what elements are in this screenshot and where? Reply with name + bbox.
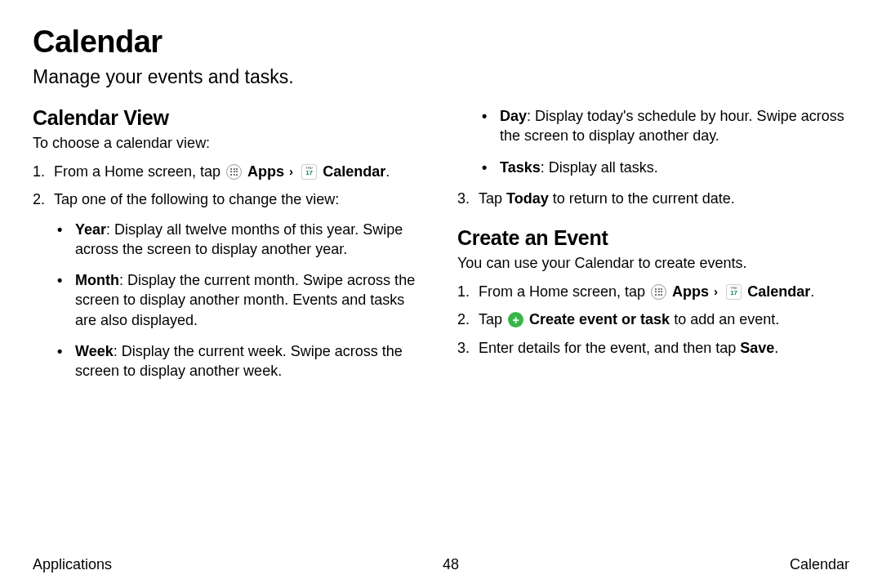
step-item: Tap + Create event or task to add an eve… (479, 310, 849, 329)
footer-left: Applications (33, 556, 112, 573)
step-text: . (385, 163, 390, 180)
section-intro: To choose a calendar view: (33, 135, 425, 152)
view-options-list-cont: Day: Display today's schedule by hour. S… (457, 106, 849, 177)
step-item: From a Home screen, tap Apps › THU 17 Ca… (54, 162, 425, 181)
chevron-right-icon: › (714, 284, 718, 298)
step-item: Tap one of the following to change the v… (54, 189, 425, 381)
view-options-list: Year: Display all twelve months of this … (54, 220, 425, 381)
option-text: : Display today's schedule by hour. Swip… (500, 108, 844, 144)
page-title: Calendar (33, 24, 849, 60)
step-text: Tap one of the following to change the v… (54, 191, 339, 207)
plus-icon: + (508, 312, 523, 327)
list-item: Week: Display the current week. Swipe ac… (75, 341, 425, 381)
event-steps-list: From a Home screen, tap Apps › THU 17 Ca… (457, 282, 849, 358)
option-label: Month (75, 272, 119, 288)
apps-icon (226, 164, 242, 180)
list-item: Day: Display today's schedule by hour. S… (500, 106, 849, 146)
footer-right: Calendar (790, 556, 849, 573)
step-text: Enter details for the event, and then ta… (479, 340, 740, 356)
calendar-label: Calendar (747, 283, 810, 300)
apps-label: Apps (672, 283, 709, 300)
page-footer: Applications 48 Calendar (33, 556, 849, 573)
step-item: Enter details for the event, and then ta… (479, 338, 849, 358)
apps-icon (651, 284, 666, 300)
step-text: to return to the current date. (549, 190, 735, 207)
create-event-label: Create event or task (529, 311, 670, 327)
step-item: From a Home screen, tap Apps › THU 17 Ca… (479, 282, 849, 301)
calendar-icon: THU 17 (726, 284, 742, 300)
today-label: Today (506, 190, 549, 207)
step-text: Tap (479, 311, 506, 327)
step-text: Tap (479, 190, 506, 207)
list-item: Year: Display all twelve months of this … (75, 220, 425, 260)
section-heading-create-event: Create an Event (457, 226, 849, 250)
option-label: Day (500, 108, 527, 124)
step-item: Tap Today to return to the current date. (479, 189, 849, 208)
step-text: From a Home screen, tap (54, 163, 225, 180)
option-text: : Display all twelve months of this year… (75, 221, 403, 257)
option-text: : Display the current month. Swipe acros… (75, 272, 415, 328)
left-column: Calendar View To choose a calendar view:… (33, 106, 425, 393)
chevron-right-icon: › (289, 164, 293, 178)
step-text: . (810, 283, 814, 300)
calendar-label: Calendar (323, 163, 385, 180)
list-item: Month: Display the current month. Swipe … (75, 270, 425, 330)
page-subtitle: Manage your events and tasks. (33, 66, 849, 88)
content-columns: Calendar View To choose a calendar view:… (33, 106, 849, 393)
option-text: : Display all tasks. (541, 159, 658, 176)
option-label: Year (75, 221, 106, 238)
apps-label: Apps (247, 163, 284, 180)
calendar-icon: THU 17 (301, 164, 317, 180)
step-text: From a Home screen, tap (479, 283, 649, 300)
list-item: Tasks: Display all tasks. (500, 158, 849, 177)
option-text: : Display the current week. Swipe across… (75, 343, 403, 379)
steps-list-cont: Tap Today to return to the current date. (457, 189, 849, 208)
step-text: . (774, 340, 778, 356)
steps-list: From a Home screen, tap Apps › THU 17 Ca… (33, 162, 425, 381)
option-label: Tasks (500, 159, 541, 176)
right-column: Day: Display today's schedule by hour. S… (457, 106, 849, 393)
section-heading-calendar-view: Calendar View (33, 106, 425, 130)
section-intro: You can use your Calendar to create even… (457, 255, 849, 272)
step-text: to add an event. (670, 311, 779, 327)
option-label: Week (75, 343, 114, 359)
save-label: Save (740, 340, 774, 356)
footer-page-number: 48 (443, 556, 459, 573)
